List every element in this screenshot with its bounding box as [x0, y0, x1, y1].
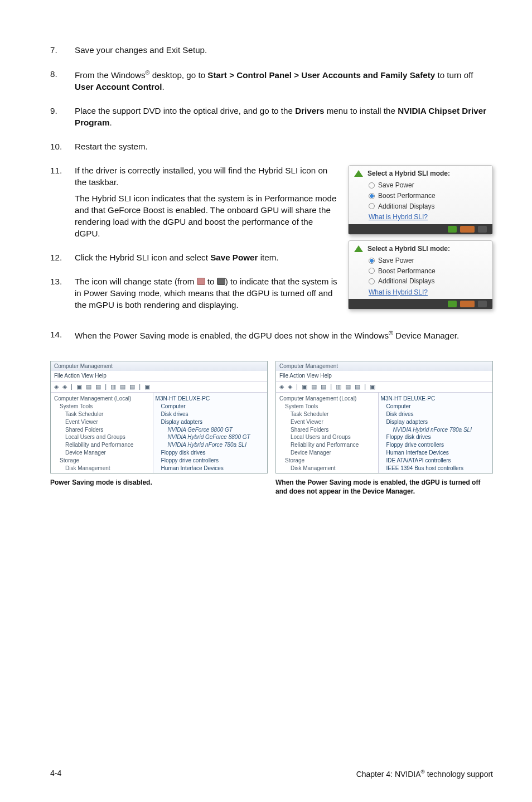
sli-popup-save-power: Select a Hybrid SLI mode: Save Power Boo… [348, 240, 493, 310]
step-number: 11. [50, 165, 75, 244]
taskbar-icon [478, 226, 487, 233]
step-12: 12. Click the Hybrid SLI icon and select… [50, 252, 339, 268]
step-text: Place the support DVD into the optical d… [75, 105, 493, 129]
step-11: 11. If the driver is correctly installed… [50, 165, 339, 244]
popup-option-save-power[interactable]: Save Power [353, 255, 488, 266]
dm-toolbar[interactable]: ◈ ◈ | ▣ ▤ ▤ | ▥ ▤ ▤ | ▣ [51, 381, 267, 393]
sli-popup-performance: Select a Hybrid SLI mode: Save Power Boo… [348, 165, 493, 235]
step-text: The Hybrid SLI icon indicates that the s… [75, 193, 339, 240]
device-manager-panels: Computer Management File Action View Hel… [50, 361, 493, 474]
step-list: 7. Save your changes and Exit Setup. 8. … [50, 45, 493, 157]
caption-right: When the Power Saving mode is enabled, t… [275, 478, 493, 496]
step-13: 13. The icon will change state (from to … [50, 276, 339, 316]
step-list-cont: 11. If the driver is correctly installed… [50, 165, 339, 316]
step-number: 13. [50, 276, 75, 316]
step-number: 8. [50, 69, 75, 98]
dm-devices[interactable]: M3N-HT DELUXE-PC Computer Disk drives Di… [379, 393, 492, 472]
page-footer: 4-4 Chapter 4: NVIDIA® technology suppor… [50, 768, 493, 780]
chapter-title: Chapter 4: NVIDIA® technology support [356, 768, 493, 780]
dm-tree[interactable]: Computer Management (Local) System Tools… [276, 393, 379, 472]
taskbar-sli-icon[interactable] [448, 226, 457, 233]
step-list-cont2: 14. When the Power Saving mode is enable… [50, 329, 493, 346]
page-number: 4-4 [50, 768, 61, 780]
step-14: 14. When the Power Saving mode is enable… [50, 329, 493, 346]
popup-heading: Select a Hybrid SLI mode: [353, 244, 488, 254]
step-text: The icon will change state (from to ) to… [75, 276, 339, 311]
dm-titlebar: Computer Management [276, 361, 492, 371]
step-text: Restart the system. [75, 141, 493, 153]
step-number: 12. [50, 252, 75, 268]
sli-logo-icon [353, 244, 364, 253]
popup-option-additional-displays[interactable]: Additional Displays [353, 276, 488, 287]
step-number: 9. [50, 105, 75, 133]
popup-taskbar [349, 299, 492, 309]
step-text: If the driver is correctly installed, yo… [75, 165, 339, 189]
step-10: 10. Restart the system. [50, 141, 493, 157]
sli-popup-images: Select a Hybrid SLI mode: Save Power Boo… [348, 165, 493, 310]
popup-help-link[interactable]: What is Hybrid SLI? [353, 212, 488, 222]
popup-option-boost-performance[interactable]: Boost Performance [353, 266, 488, 277]
dm-toolbar[interactable]: ◈ ◈ | ▣ ▤ ▤ | ▥ ▤ ▤ | ▣ [276, 381, 492, 393]
step-8: 8. From the Windows® desktop, go to Star… [50, 69, 493, 98]
taskbar-sli-icon[interactable] [448, 301, 457, 307]
step-7: 7. Save your changes and Exit Setup. [50, 45, 493, 61]
dm-panel-enabled: Computer Management File Action View Hel… [275, 361, 493, 474]
sli-perf-icon [197, 278, 205, 285]
step-text: Save your changes and Exit Setup. [75, 45, 493, 56]
dm-menubar[interactable]: File Action View Help [51, 371, 267, 381]
dm-panel-disabled: Computer Management File Action View Hel… [50, 361, 268, 474]
popup-option-save-power[interactable]: Save Power [353, 180, 488, 191]
popup-heading: Select a Hybrid SLI mode: [353, 169, 488, 178]
step-text: When the Power Saving mode is enabled, t… [75, 329, 493, 342]
step-number: 7. [50, 45, 75, 61]
sli-logo-icon [353, 169, 364, 178]
step-text: From the Windows® desktop, go to Start >… [75, 69, 493, 93]
step-9: 9. Place the support DVD into the optica… [50, 105, 493, 133]
dm-tree[interactable]: Computer Management (Local) System Tools… [51, 393, 153, 472]
popup-option-boost-performance[interactable]: Boost Performance [353, 191, 488, 201]
step-number: 10. [50, 141, 75, 157]
taskbar-icon [460, 301, 475, 307]
popup-option-additional-displays[interactable]: Additional Displays [353, 201, 488, 212]
steps-with-side-images: 11. If the driver is correctly installed… [50, 165, 493, 323]
taskbar-icon [460, 226, 475, 233]
taskbar-icon [478, 301, 487, 307]
sli-save-icon [217, 278, 225, 285]
panel-captions: Power Saving mode is disabled. When the … [50, 478, 493, 496]
popup-taskbar [349, 224, 492, 234]
caption-left: Power Saving mode is disabled. [50, 478, 268, 496]
step-number: 14. [50, 329, 75, 346]
dm-titlebar: Computer Management [51, 361, 267, 371]
popup-help-link[interactable]: What is Hybrid SLI? [353, 288, 488, 297]
dm-devices[interactable]: M3N-HT DELUXE-PC Computer Disk drives Di… [153, 393, 267, 472]
step-text: Click the Hybrid SLI icon and select Sav… [75, 252, 339, 264]
dm-menubar[interactable]: File Action View Help [276, 371, 492, 381]
